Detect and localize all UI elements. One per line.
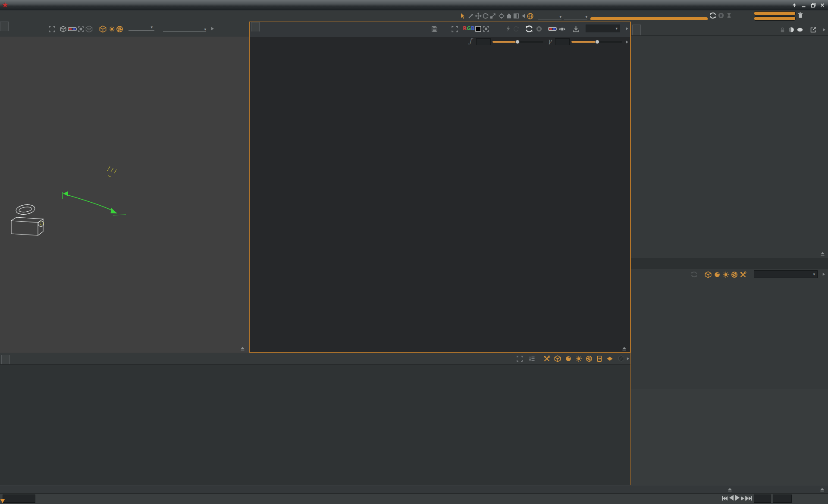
browser-filter-light-icon[interactable] <box>575 355 582 362</box>
pop-out-icon[interactable] <box>810 26 817 33</box>
lights-toggle-icon[interactable] <box>109 26 115 32</box>
browser-more-icon[interactable] <box>625 356 630 361</box>
move-tool-icon[interactable] <box>475 13 482 19</box>
colorspace-dropdown[interactable]: ▾ <box>586 25 620 32</box>
fit-view-icon[interactable] <box>451 25 458 33</box>
gamma-icon: γ <box>548 37 552 45</box>
current-frame-marker[interactable] <box>0 499 5 503</box>
browser-filter-utility-icon[interactable] <box>543 355 550 362</box>
node-toolbar-more-icon[interactable] <box>821 272 826 277</box>
display-icon[interactable] <box>558 25 566 33</box>
timeline[interactable] <box>0 494 828 504</box>
exposure-slider-knob[interactable] <box>515 40 520 44</box>
node-search-dropdown[interactable]: ▾ <box>754 270 818 278</box>
range-collapse-icon[interactable] <box>819 487 825 492</box>
toolbar-dropdown-2[interactable]: ▾ <box>564 13 587 19</box>
maximize-viewport-icon[interactable] <box>48 25 56 33</box>
attribute-more-icon[interactable] <box>822 27 827 32</box>
select-tool-icon[interactable] <box>459 13 466 19</box>
wireframe-cube-icon[interactable] <box>85 25 93 33</box>
back-icon[interactable] <box>520 13 527 19</box>
world-icon[interactable] <box>527 13 534 20</box>
crop-region-icon[interactable] <box>483 25 489 32</box>
trash-icon[interactable] <box>797 12 804 19</box>
pick-tool-icon[interactable] <box>467 13 474 19</box>
particle-emitter-glyph <box>107 166 116 177</box>
scale-tool-icon[interactable] <box>489 13 496 19</box>
viewport-tab-perspective[interactable] <box>0 22 9 31</box>
toolbar-dropdown-1[interactable]: ▾ <box>538 13 561 19</box>
window-minimize-button[interactable] <box>800 1 808 9</box>
render-more-icon[interactable] <box>624 26 630 31</box>
stop-render-icon[interactable] <box>718 12 724 19</box>
timeline-collapse-icon[interactable] <box>727 487 733 492</box>
geometry-toggle-icon[interactable] <box>99 25 107 33</box>
refresh-render-icon[interactable] <box>709 12 717 19</box>
play-backward-button[interactable] <box>728 494 734 501</box>
antialias-dropdown[interactable]: ▾ <box>129 25 154 31</box>
viewport-collapse-icon[interactable] <box>240 346 245 351</box>
next-frame-button[interactable] <box>740 495 746 502</box>
render-tab[interactable] <box>251 22 260 31</box>
filter-light-icon[interactable] <box>722 271 729 278</box>
range-start-field[interactable] <box>754 495 771 503</box>
browser-tab[interactable] <box>1 355 10 364</box>
render-collapse-icon[interactable] <box>621 346 627 351</box>
current-frame-field[interactable] <box>3 495 35 503</box>
window-restore-button[interactable] <box>809 1 818 9</box>
title-bar[interactable]: ★ <box>0 0 828 11</box>
abort-render-icon[interactable] <box>536 25 543 32</box>
go-to-end-button[interactable] <box>746 495 752 502</box>
stereo-glasses-icon[interactable] <box>68 25 77 33</box>
import-image-icon[interactable] <box>572 25 580 33</box>
slider-more-icon[interactable] <box>624 39 630 45</box>
auto-refresh-icon[interactable] <box>513 25 520 32</box>
alpha-channel-icon[interactable] <box>475 25 482 32</box>
render-image-area[interactable]: ƒ γ <box>250 37 630 352</box>
browser-filter-camera-icon[interactable] <box>586 355 593 362</box>
range-end-field[interactable] <box>773 495 792 503</box>
play-button[interactable] <box>734 494 740 501</box>
snap-tool-icon[interactable] <box>498 13 505 19</box>
render-refresh-icon[interactable] <box>525 25 533 33</box>
gamma-value[interactable] <box>555 38 570 45</box>
viewport-camera-dropdown[interactable]: ▾ <box>163 25 206 32</box>
browser-hexagon-icon[interactable] <box>618 355 625 362</box>
region-icon[interactable] <box>78 26 84 32</box>
velocity-arrows <box>63 191 126 216</box>
shading-cube-icon[interactable] <box>60 25 67 33</box>
attribute-tab-rendercamera[interactable] <box>632 25 641 35</box>
filter-utility-icon[interactable] <box>740 271 746 278</box>
filter-material-icon[interactable] <box>714 271 721 278</box>
rgb-channels-button[interactable]: RGB <box>463 25 475 31</box>
plugin-tool-icon[interactable] <box>505 13 512 19</box>
split-view-icon[interactable] <box>513 13 520 19</box>
viewport-more-icon[interactable] <box>210 26 215 31</box>
browser-maximize-icon[interactable] <box>516 355 523 362</box>
lock-icon[interactable] <box>779 27 786 33</box>
browser-sort-icon[interactable] <box>529 355 536 362</box>
window-shade-button[interactable] <box>790 1 799 9</box>
gamma-slider-knob[interactable] <box>595 40 599 44</box>
viewport-3d-scene[interactable] <box>0 37 249 353</box>
node-refresh-icon[interactable] <box>690 271 698 278</box>
right-column: ▾ <box>630 22 828 494</box>
attribute-collapse-icon[interactable] <box>820 251 825 257</box>
browser-filter-geometry-icon[interactable] <box>554 355 561 363</box>
fast-render-icon[interactable] <box>505 25 511 32</box>
preview-ellipse-icon[interactable] <box>797 26 803 33</box>
rotate-tool-icon[interactable] <box>482 13 489 19</box>
anaglyph-icon[interactable] <box>548 25 557 32</box>
window-close-button[interactable] <box>818 1 827 9</box>
filter-camera-icon[interactable] <box>731 271 738 278</box>
go-to-start-button[interactable] <box>722 495 728 502</box>
browser-filter-reference-icon[interactable] <box>596 355 603 362</box>
browser-filter-renderpass-icon[interactable] <box>606 355 613 362</box>
filter-geometry-icon[interactable] <box>704 271 712 279</box>
cameras-toggle-icon[interactable] <box>116 25 123 33</box>
exposure-value[interactable] <box>476 38 491 45</box>
exposure-icon: ƒ <box>469 37 472 45</box>
browser-filter-material-icon[interactable] <box>565 355 572 362</box>
save-image-icon[interactable] <box>431 25 438 33</box>
shading-ball-icon[interactable] <box>788 26 795 33</box>
